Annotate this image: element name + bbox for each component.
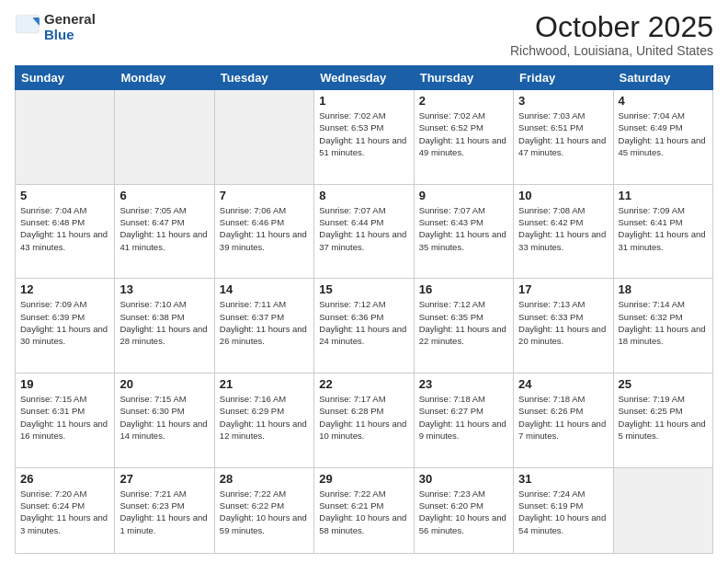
day-number: 5 xyxy=(20,189,109,202)
day-info: Sunrise: 7:20 AM Sunset: 6:24 PM Dayligh… xyxy=(20,488,109,536)
calendar-cell: 6Sunrise: 7:05 AM Sunset: 6:47 PM Daylig… xyxy=(115,184,214,279)
weekday-header-friday: Friday xyxy=(514,66,613,90)
day-number: 3 xyxy=(518,94,608,108)
calendar-cell: 12Sunrise: 7:09 AM Sunset: 6:39 PM Dayli… xyxy=(16,279,115,373)
calendar-week-row: 26Sunrise: 7:20 AM Sunset: 6:24 PM Dayli… xyxy=(16,467,713,553)
logo-general: General xyxy=(44,11,96,27)
day-info: Sunrise: 7:18 AM Sunset: 6:27 PM Dayligh… xyxy=(419,393,508,442)
day-info: Sunrise: 7:22 AM Sunset: 6:22 PM Dayligh… xyxy=(220,488,309,536)
day-number: 26 xyxy=(20,472,109,486)
day-number: 31 xyxy=(518,472,608,486)
day-number: 12 xyxy=(20,282,109,296)
calendar-table: SundayMondayTuesdayWednesdayThursdayFrid… xyxy=(15,65,713,554)
day-info: Sunrise: 7:12 AM Sunset: 6:35 PM Dayligh… xyxy=(419,298,508,347)
calendar-cell: 13Sunrise: 7:10 AM Sunset: 6:38 PM Dayli… xyxy=(115,279,214,373)
calendar-cell: 7Sunrise: 7:06 AM Sunset: 6:46 PM Daylig… xyxy=(214,184,313,279)
title-block: October 2025 Richwood, Louisiana, United… xyxy=(510,11,713,58)
day-info: Sunrise: 7:19 AM Sunset: 6:25 PM Dayligh… xyxy=(619,393,708,442)
day-info: Sunrise: 7:07 AM Sunset: 6:43 PM Dayligh… xyxy=(419,204,508,253)
day-number: 24 xyxy=(518,377,608,391)
day-number: 11 xyxy=(619,189,708,202)
calendar-cell: 15Sunrise: 7:12 AM Sunset: 6:36 PM Dayli… xyxy=(314,279,414,373)
calendar-cell: 17Sunrise: 7:13 AM Sunset: 6:33 PM Dayli… xyxy=(514,279,613,373)
day-number: 4 xyxy=(619,94,708,108)
logo-icon xyxy=(15,14,40,40)
day-info: Sunrise: 7:07 AM Sunset: 6:44 PM Dayligh… xyxy=(319,204,408,253)
calendar-cell: 21Sunrise: 7:16 AM Sunset: 6:29 PM Dayli… xyxy=(214,373,313,468)
day-number: 8 xyxy=(319,189,408,202)
weekday-header-wednesday: Wednesday xyxy=(314,66,414,90)
weekday-header-monday: Monday xyxy=(115,66,214,90)
day-info: Sunrise: 7:16 AM Sunset: 6:29 PM Dayligh… xyxy=(220,393,309,442)
day-number: 23 xyxy=(419,377,508,391)
day-number: 19 xyxy=(20,377,109,391)
day-info: Sunrise: 7:23 AM Sunset: 6:20 PM Dayligh… xyxy=(419,488,508,536)
calendar-cell: 10Sunrise: 7:08 AM Sunset: 6:42 PM Dayli… xyxy=(514,184,613,279)
day-info: Sunrise: 7:14 AM Sunset: 6:32 PM Dayligh… xyxy=(619,298,708,347)
day-number: 21 xyxy=(220,377,309,391)
day-number: 14 xyxy=(220,282,309,296)
calendar-week-row: 19Sunrise: 7:15 AM Sunset: 6:31 PM Dayli… xyxy=(16,373,713,468)
weekday-header-tuesday: Tuesday xyxy=(214,66,313,90)
day-info: Sunrise: 7:02 AM Sunset: 6:52 PM Dayligh… xyxy=(419,109,508,158)
day-number: 17 xyxy=(518,282,608,296)
day-info: Sunrise: 7:22 AM Sunset: 6:21 PM Dayligh… xyxy=(319,488,408,536)
day-info: Sunrise: 7:02 AM Sunset: 6:53 PM Dayligh… xyxy=(319,109,408,158)
day-info: Sunrise: 7:05 AM Sunset: 6:47 PM Dayligh… xyxy=(119,204,209,253)
day-number: 2 xyxy=(419,94,508,108)
day-info: Sunrise: 7:18 AM Sunset: 6:26 PM Dayligh… xyxy=(518,393,608,442)
day-number: 16 xyxy=(419,282,508,296)
calendar-cell xyxy=(16,90,115,185)
day-number: 15 xyxy=(319,282,408,296)
day-number: 18 xyxy=(619,282,708,296)
day-info: Sunrise: 7:12 AM Sunset: 6:36 PM Dayligh… xyxy=(319,298,408,347)
day-number: 9 xyxy=(419,189,508,202)
location: Richwood, Louisiana, United States xyxy=(510,43,713,58)
calendar-week-row: 12Sunrise: 7:09 AM Sunset: 6:39 PM Dayli… xyxy=(16,279,713,373)
calendar-cell: 2Sunrise: 7:02 AM Sunset: 6:52 PM Daylig… xyxy=(414,90,513,185)
day-number: 30 xyxy=(419,472,508,486)
day-info: Sunrise: 7:03 AM Sunset: 6:51 PM Dayligh… xyxy=(518,109,608,158)
calendar-week-row: 1Sunrise: 7:02 AM Sunset: 6:53 PM Daylig… xyxy=(16,90,713,185)
calendar-cell: 8Sunrise: 7:07 AM Sunset: 6:44 PM Daylig… xyxy=(314,184,414,279)
weekday-header-row: SundayMondayTuesdayWednesdayThursdayFrid… xyxy=(16,66,713,90)
calendar-cell xyxy=(115,90,214,185)
calendar-cell: 14Sunrise: 7:11 AM Sunset: 6:37 PM Dayli… xyxy=(214,279,313,373)
logo-blue: Blue xyxy=(44,27,96,42)
day-info: Sunrise: 7:15 AM Sunset: 6:31 PM Dayligh… xyxy=(20,393,109,442)
day-number: 29 xyxy=(319,472,408,486)
day-info: Sunrise: 7:10 AM Sunset: 6:38 PM Dayligh… xyxy=(119,298,209,347)
month-title: October 2025 xyxy=(510,11,713,43)
logo-text: General Blue xyxy=(44,11,96,43)
calendar-cell: 16Sunrise: 7:12 AM Sunset: 6:35 PM Dayli… xyxy=(414,279,513,373)
page-header: General Blue October 2025 Richwood, Loui… xyxy=(15,11,713,58)
day-number: 22 xyxy=(319,377,408,391)
calendar-cell: 1Sunrise: 7:02 AM Sunset: 6:53 PM Daylig… xyxy=(314,90,414,185)
weekday-header-thursday: Thursday xyxy=(414,66,513,90)
calendar-cell xyxy=(214,90,313,185)
calendar-cell: 26Sunrise: 7:20 AM Sunset: 6:24 PM Dayli… xyxy=(16,467,115,553)
day-info: Sunrise: 7:04 AM Sunset: 6:48 PM Dayligh… xyxy=(20,204,109,253)
day-number: 25 xyxy=(619,377,708,391)
day-number: 10 xyxy=(518,189,608,202)
calendar-cell: 4Sunrise: 7:04 AM Sunset: 6:49 PM Daylig… xyxy=(613,90,712,185)
day-info: Sunrise: 7:09 AM Sunset: 6:39 PM Dayligh… xyxy=(20,298,109,347)
calendar-cell: 22Sunrise: 7:17 AM Sunset: 6:28 PM Dayli… xyxy=(314,373,414,468)
day-info: Sunrise: 7:15 AM Sunset: 6:30 PM Dayligh… xyxy=(119,393,209,442)
calendar-cell: 20Sunrise: 7:15 AM Sunset: 6:30 PM Dayli… xyxy=(115,373,214,468)
day-number: 6 xyxy=(119,189,209,202)
calendar-cell: 28Sunrise: 7:22 AM Sunset: 6:22 PM Dayli… xyxy=(214,467,313,553)
day-number: 20 xyxy=(119,377,209,391)
calendar-cell: 25Sunrise: 7:19 AM Sunset: 6:25 PM Dayli… xyxy=(613,373,712,468)
calendar-cell: 31Sunrise: 7:24 AM Sunset: 6:19 PM Dayli… xyxy=(514,467,613,553)
calendar-cell xyxy=(613,467,712,553)
calendar-cell: 24Sunrise: 7:18 AM Sunset: 6:26 PM Dayli… xyxy=(514,373,613,468)
logo: General Blue xyxy=(15,11,96,43)
calendar-cell: 27Sunrise: 7:21 AM Sunset: 6:23 PM Dayli… xyxy=(115,467,214,553)
calendar-cell: 19Sunrise: 7:15 AM Sunset: 6:31 PM Dayli… xyxy=(16,373,115,468)
weekday-header-sunday: Sunday xyxy=(16,66,115,90)
calendar-cell: 5Sunrise: 7:04 AM Sunset: 6:48 PM Daylig… xyxy=(16,184,115,279)
day-number: 27 xyxy=(119,472,209,486)
calendar-cell: 23Sunrise: 7:18 AM Sunset: 6:27 PM Dayli… xyxy=(414,373,513,468)
calendar-cell: 9Sunrise: 7:07 AM Sunset: 6:43 PM Daylig… xyxy=(414,184,513,279)
